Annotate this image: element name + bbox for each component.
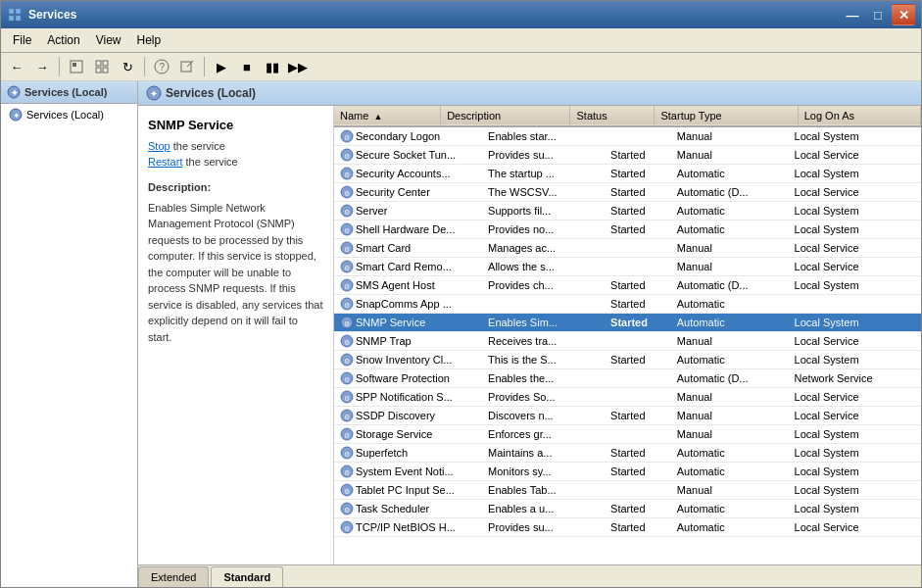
forward-button[interactable]: → xyxy=(30,56,54,77)
cell-desc: The startup ... xyxy=(482,165,605,183)
sidebar-item-services-local[interactable]: ✦ Services (Local) xyxy=(1,104,137,125)
service-icon: ⚙ xyxy=(340,204,354,218)
service-name-cell: Smart Card Remo... xyxy=(356,261,452,272)
cell-name: ⚙ Secure Socket Tun... xyxy=(334,146,482,165)
cell-status: Started xyxy=(605,146,671,165)
service-icon: ⚙ xyxy=(340,222,354,236)
table-row[interactable]: ⚙ System Event Noti... Monitors sy...Sta… xyxy=(334,463,921,481)
service-icon: ⚙ xyxy=(340,465,354,478)
col-description[interactable]: Description xyxy=(441,106,570,126)
title-bar: Services — □ ✕ xyxy=(1,1,921,28)
menu-bar: File Action View Help xyxy=(1,28,921,53)
table-row[interactable]: ⚙ Security Accounts... The startup ...St… xyxy=(334,165,921,183)
tab-standard[interactable]: Standard xyxy=(211,566,283,587)
cell-name: ⚙ Superfetch xyxy=(334,444,482,463)
table-row[interactable]: ⚙ Smart Card Remo... Allows the s...Manu… xyxy=(334,258,921,276)
export-button[interactable] xyxy=(175,56,199,77)
table-row[interactable]: ⚙ Superfetch Maintains a...StartedAutoma… xyxy=(334,444,921,463)
cell-startup: Manual xyxy=(671,127,789,146)
table-row[interactable]: ⚙ SPP Notification S... Provides So...Ma… xyxy=(334,388,921,407)
cell-status xyxy=(605,258,671,276)
cell-startup: Automatic xyxy=(671,500,789,518)
table-row[interactable]: ⚙ Storage Service Enforces gr...ManualLo… xyxy=(334,425,921,444)
service-name-cell: Secure Socket Tun... xyxy=(356,149,456,161)
table-row[interactable]: ⚙ Smart Card Manages ac...ManualLocal Se… xyxy=(334,239,921,258)
table-row[interactable]: ⚙ Task Scheduler Enables a u...StartedAu… xyxy=(334,500,921,518)
minimize-button[interactable]: — xyxy=(841,4,864,25)
menu-file[interactable]: File xyxy=(5,30,39,50)
table-row[interactable]: ⚙ Software Protection Enables the...Auto… xyxy=(334,369,921,388)
sort-arrow: ▲ xyxy=(373,112,382,122)
table-row[interactable]: ⚙ Tablet PC Input Se... Enables Tab...Ma… xyxy=(334,481,921,500)
play-button[interactable]: ▶ xyxy=(210,56,233,77)
cell-status: Started xyxy=(605,276,671,295)
table-row[interactable]: ⚙ Secondary Logon Enables star...ManualL… xyxy=(334,127,921,146)
cell-desc: Maintains a... xyxy=(482,444,605,463)
cell-name: ⚙ Server xyxy=(334,202,482,220)
service-icon: ⚙ xyxy=(340,334,354,348)
service-icon: ⚙ xyxy=(340,260,354,273)
cell-logon: Local System xyxy=(789,444,921,463)
table-scroll[interactable]: ⚙ Secondary Logon Enables star...ManualL… xyxy=(334,127,921,564)
cell-status: Started xyxy=(605,295,671,314)
col-name[interactable]: Name ▲ xyxy=(334,106,441,126)
service-icon: ⚙ xyxy=(340,446,354,460)
cell-logon xyxy=(789,295,921,314)
svg-text:⚙: ⚙ xyxy=(344,320,350,327)
back-button[interactable]: ← xyxy=(5,56,28,77)
svg-text:⚙: ⚙ xyxy=(344,302,350,309)
table-row[interactable]: ⚙ SnapComms App ... StartedAutomatic xyxy=(334,295,921,314)
service-name-cell: SNMP Service xyxy=(356,317,425,328)
service-name-cell: Smart Card xyxy=(356,242,411,254)
table-row[interactable]: ⚙ Shell Hardware De... Provides no...Sta… xyxy=(334,220,921,239)
sidebar-item-icon: ✦ xyxy=(9,108,23,122)
up-button[interactable] xyxy=(65,56,88,77)
table-row[interactable]: ⚙ Server Supports fil...StartedAutomatic… xyxy=(334,202,921,220)
stop-button[interactable]: ■ xyxy=(235,56,259,77)
svg-text:⚙: ⚙ xyxy=(344,507,350,514)
cell-startup: Manual xyxy=(671,425,789,444)
col-status[interactable]: Status xyxy=(570,106,655,126)
service-icon: ⚙ xyxy=(340,316,354,329)
cell-desc: The WSCSV... xyxy=(482,183,605,202)
menu-help[interactable]: Help xyxy=(129,30,170,50)
service-name-cell: Snow Inventory Cl... xyxy=(356,354,452,366)
cell-logon: Network Service xyxy=(789,369,921,388)
service-name-cell: Security Center xyxy=(356,186,430,198)
table-row[interactable]: ⚙ Snow Inventory Cl... This is the S...S… xyxy=(334,351,921,369)
cell-name: ⚙ Security Center xyxy=(334,183,482,202)
cell-startup: Manual xyxy=(671,146,789,165)
svg-text:?: ? xyxy=(160,62,166,73)
menu-view[interactable]: View xyxy=(88,30,129,50)
help-button[interactable]: ? xyxy=(150,56,173,77)
restart-service-link[interactable]: Restart xyxy=(148,156,182,168)
table-row[interactable]: ⚙ SMS Agent Host Provides ch...StartedAu… xyxy=(334,276,921,295)
menu-action[interactable]: Action xyxy=(39,30,87,50)
close-button[interactable]: ✕ xyxy=(892,4,915,25)
cell-status: Started xyxy=(605,314,671,332)
service-icon: ⚙ xyxy=(340,353,354,367)
table-row[interactable]: ⚙ TCP/IP NetBIOS H... Provides su...Star… xyxy=(334,518,921,537)
table-row[interactable]: ⚙ Security Center The WSCSV...StartedAut… xyxy=(334,183,921,202)
service-icon: ⚙ xyxy=(340,167,354,180)
pause-button[interactable]: ▮▮ xyxy=(261,56,284,77)
col-startup[interactable]: Startup Type xyxy=(655,106,798,126)
cell-desc: Enables a u... xyxy=(482,500,605,518)
table-row[interactable]: ⚙ SNMP Service Enables Sim...StartedAuto… xyxy=(334,314,921,332)
table-row[interactable]: ⚙ Secure Socket Tun... Provides su...Sta… xyxy=(334,146,921,165)
tab-extended[interactable]: Extended xyxy=(138,566,209,587)
grid-button[interactable] xyxy=(90,56,114,77)
cell-name: ⚙ System Event Noti... xyxy=(334,463,482,481)
col-logon[interactable]: Log On As xyxy=(798,106,920,126)
service-name-cell: Superfetch xyxy=(356,447,408,459)
restart-button[interactable]: ▶▶ xyxy=(286,56,310,77)
maximize-button[interactable]: □ xyxy=(866,4,890,25)
table-row[interactable]: ⚙ SSDP Discovery Discovers n...StartedMa… xyxy=(334,407,921,425)
service-name-cell: Server xyxy=(356,205,387,217)
stop-service-link[interactable]: Stop xyxy=(148,140,170,152)
table-row[interactable]: ⚙ SNMP Trap Receives tra...ManualLocal S… xyxy=(334,332,921,351)
service-icon: ⚙ xyxy=(340,427,354,441)
cell-name: ⚙ SSDP Discovery xyxy=(334,407,482,425)
service-name-cell: Storage Service xyxy=(356,428,432,440)
refresh-button[interactable]: ↻ xyxy=(116,56,139,77)
